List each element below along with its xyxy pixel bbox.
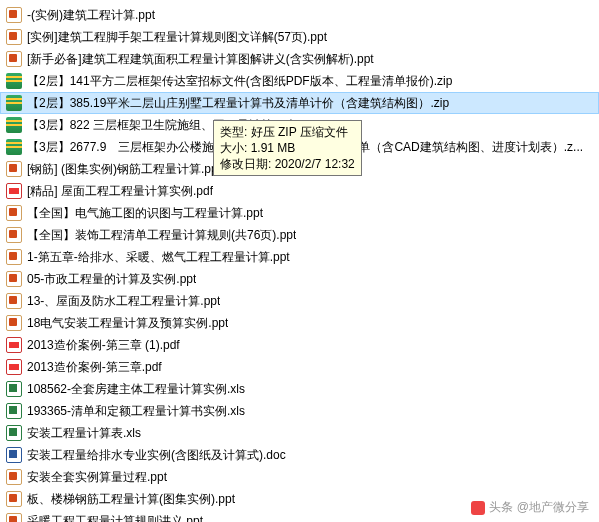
file-name: 【2层】385.19平米二层山庄别墅工程量计算书及清单计价（含建筑结构图）.zi… xyxy=(27,95,449,112)
ppt-file-icon xyxy=(6,29,22,45)
tooltip-size-value: 1.91 MB xyxy=(251,141,296,155)
file-name: 【全国】装饰工程清单工程量计算规则(共76页).ppt xyxy=(27,227,296,244)
ppt-file-icon xyxy=(6,293,22,309)
file-name: 【2层】141平方二层框架传达室招标文件(含图纸PDF版本、工程量清单报价).z… xyxy=(27,73,452,90)
file-row[interactable]: 【全国】电气施工图的识图与工程量计算.ppt xyxy=(0,202,599,224)
file-row[interactable]: 18电气安装工程量计算及预算实例.ppt xyxy=(0,312,599,334)
file-name: 13-、屋面及防水工程工程量计算.ppt xyxy=(27,293,220,310)
file-name: 05-市政工程量的计算及实例.ppt xyxy=(27,271,196,288)
file-row[interactable]: 13-、屋面及防水工程工程量计算.ppt xyxy=(0,290,599,312)
xls-file-icon xyxy=(6,425,22,441)
xls-file-icon xyxy=(6,381,22,397)
zip-file-icon xyxy=(6,95,22,111)
file-row[interactable]: -(实例)建筑工程计算.ppt xyxy=(0,4,599,26)
file-row[interactable]: 108562-全套房建主体工程量计算实例.xls xyxy=(0,378,599,400)
file-row[interactable]: 【2层】141平方二层框架传达室招标文件(含图纸PDF版本、工程量清单报价).z… xyxy=(0,70,599,92)
ppt-file-icon xyxy=(6,227,22,243)
tooltip-date-label: 修改日期: xyxy=(220,157,275,171)
ppt-file-icon xyxy=(6,205,22,221)
ppt-file-icon xyxy=(6,513,22,522)
file-name: -(实例)建筑工程计算.ppt xyxy=(27,7,155,24)
file-row[interactable]: 2013造价案例-第三章 (1).pdf xyxy=(0,334,599,356)
file-name: 1-第五章-给排水、采暖、燃气工程工程量计算.ppt xyxy=(27,249,290,266)
file-name: 193365-清单和定额工程量计算书实例.xls xyxy=(27,403,245,420)
file-name: 108562-全套房建主体工程量计算实例.xls xyxy=(27,381,245,398)
watermark-handle: @地产微分享 xyxy=(517,499,589,516)
watermark-prefix: 头条 xyxy=(489,499,513,516)
ppt-file-icon xyxy=(6,51,22,67)
file-row[interactable]: 193365-清单和定额工程量计算书实例.xls xyxy=(0,400,599,422)
file-name: [精品] 屋面工程工程量计算实例.pdf xyxy=(27,183,213,200)
watermark-logo-icon xyxy=(471,501,485,515)
file-row[interactable]: 安装工程量计算表.xls xyxy=(0,422,599,444)
file-row[interactable]: 安装工程量给排水专业实例(含图纸及计算式).doc xyxy=(0,444,599,466)
ppt-file-icon xyxy=(6,161,22,177)
file-row[interactable]: [精品] 屋面工程工程量计算实例.pdf xyxy=(0,180,599,202)
file-row[interactable]: 2013造价案例-第三章.pdf xyxy=(0,356,599,378)
file-row[interactable]: 【全国】装饰工程清单工程量计算规则(共76页).ppt xyxy=(0,224,599,246)
zip-file-icon xyxy=(6,117,22,133)
file-name: 板、楼梯钢筋工程量计算(图集实例).ppt xyxy=(27,491,235,508)
file-name: [新手必备]建筑工程建筑面积工程量计算图解讲义(含实例解析).ppt xyxy=(27,51,374,68)
pdf-file-icon xyxy=(6,359,22,375)
file-row[interactable]: [实例]建筑工程脚手架工程量计算规则图文详解(57页).ppt xyxy=(0,26,599,48)
file-row[interactable]: 1-第五章-给排水、采暖、燃气工程工程量计算.ppt xyxy=(0,246,599,268)
tooltip-size-label: 大小: xyxy=(220,141,251,155)
tooltip-type-value: 好压 ZIP 压缩文件 xyxy=(251,125,348,139)
zip-file-icon xyxy=(6,73,22,89)
ppt-file-icon xyxy=(6,315,22,331)
file-tooltip: 类型: 好压 ZIP 压缩文件 大小: 1.91 MB 修改日期: 2020/2… xyxy=(213,120,362,176)
zip-file-icon xyxy=(6,139,22,155)
ppt-file-icon xyxy=(6,249,22,265)
tooltip-date-value: 2020/2/7 12:32 xyxy=(275,157,355,171)
watermark: 头条 @地产微分享 xyxy=(471,499,589,516)
ppt-file-icon xyxy=(6,271,22,287)
xls-file-icon xyxy=(6,403,22,419)
file-row[interactable]: 05-市政工程量的计算及实例.ppt xyxy=(0,268,599,290)
doc-file-icon xyxy=(6,447,22,463)
file-name: 18电气安装工程量计算及预算实例.ppt xyxy=(27,315,228,332)
file-name: [实例]建筑工程脚手架工程量计算规则图文详解(57页).ppt xyxy=(27,29,327,46)
tooltip-type-label: 类型: xyxy=(220,125,251,139)
file-name: 安装工程量给排水专业实例(含图纸及计算式).doc xyxy=(27,447,286,464)
pdf-file-icon xyxy=(6,337,22,353)
pdf-file-icon xyxy=(6,183,22,199)
file-name: 【全国】电气施工图的识图与工程量计算.ppt xyxy=(27,205,263,222)
file-row[interactable]: 安装全套实例算量过程.ppt xyxy=(0,466,599,488)
ppt-file-icon xyxy=(6,7,22,23)
file-name: 安装工程量计算表.xls xyxy=(27,425,141,442)
file-name: 2013造价案例-第三章.pdf xyxy=(27,359,162,376)
file-name: 安装全套实例算量过程.ppt xyxy=(27,469,167,486)
file-name: 采暖工程工程量计算规则讲义.ppt xyxy=(27,513,203,523)
ppt-file-icon xyxy=(6,469,22,485)
file-row[interactable]: [新手必备]建筑工程建筑面积工程量计算图解讲义(含实例解析).ppt xyxy=(0,48,599,70)
file-name: [钢筋] (图集实例)钢筋工程量计算.ppt xyxy=(27,161,221,178)
ppt-file-icon xyxy=(6,491,22,507)
file-row[interactable]: 【2层】385.19平米二层山庄别墅工程量计算书及清单计价（含建筑结构图）.zi… xyxy=(0,92,599,114)
file-name: 2013造价案例-第三章 (1).pdf xyxy=(27,337,180,354)
file-list: -(实例)建筑工程计算.ppt[实例]建筑工程脚手架工程量计算规则图文详解(57… xyxy=(0,0,599,522)
